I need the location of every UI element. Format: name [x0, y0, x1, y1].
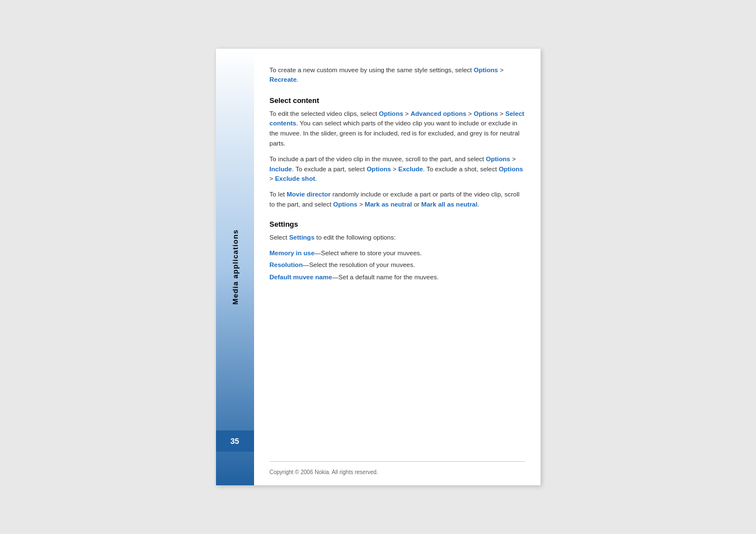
- sc-sep5: >: [391, 166, 398, 172]
- sc-advanced-options-link[interactable]: Advanced options: [411, 110, 467, 117]
- sc-exclude-link[interactable]: Exclude: [398, 166, 423, 172]
- sc-para3-end: .: [477, 201, 479, 208]
- footer-area: Copyright © 2006 Nokia. All rights reser…: [270, 461, 525, 476]
- sc-sep2: >: [466, 110, 473, 117]
- memory-dash: —: [314, 250, 321, 256]
- sc-sep4: >: [510, 156, 516, 162]
- sc-movie-director-link[interactable]: Movie director: [287, 191, 331, 198]
- intro-recreate-link[interactable]: Recreate: [270, 76, 297, 83]
- copyright-text: Copyright © 2006 Nokia. All rights reser…: [270, 469, 378, 475]
- sc-options1-link[interactable]: Options: [379, 110, 403, 117]
- sc-para3-pre: To let: [270, 191, 287, 198]
- sc-options3-link[interactable]: Options: [486, 156, 510, 162]
- sc-sep7: >: [358, 201, 365, 208]
- settings-intro: Select Settings to edit the following op…: [270, 233, 525, 243]
- select-content-para3: To let Movie director randomly include o…: [270, 190, 525, 210]
- settings-intro-end: to edit the following options:: [314, 234, 396, 241]
- select-content-heading: Select content: [270, 96, 525, 105]
- settings-section: Settings Select Settings to edit the fol…: [270, 218, 525, 285]
- content-area: To create a new custom muvee by using th…: [254, 49, 541, 485]
- sc-sep3: >: [498, 110, 505, 117]
- sc-include-link[interactable]: Include: [270, 166, 292, 172]
- memory-text: Select where to store your muvees.: [321, 250, 422, 256]
- page-number-box: 35: [216, 430, 254, 452]
- settings-item-memory: Memory in use—Select where to store your…: [270, 249, 525, 259]
- page-number: 35: [231, 437, 240, 446]
- select-content-para1: To edit the selected video clips, select…: [270, 109, 525, 149]
- sc-para2-end: .: [315, 175, 317, 182]
- sc-mark-neutral-link[interactable]: Mark as neutral: [365, 201, 412, 208]
- sc-para1-post: . You can select which parts of the vide…: [270, 120, 520, 147]
- settings-heading: Settings: [270, 220, 525, 228]
- sc-para1-pre: To edit the selected video clips, select: [270, 110, 379, 117]
- default-name-text: Set a default name for the muvees.: [339, 274, 439, 280]
- memory-in-use-label: Memory in use: [270, 250, 315, 256]
- sidebar: Media applications 35: [216, 49, 254, 485]
- resolution-text: Select the resolution of your muvees.: [309, 261, 415, 268]
- page-container: Media applications 35 To create a new cu…: [216, 49, 541, 485]
- sc-options6-link[interactable]: Options: [333, 201, 357, 208]
- settings-link[interactable]: Settings: [289, 234, 314, 241]
- select-content-para2: To include a part of the video clip in t…: [270, 154, 525, 184]
- sc-mark-all-neutral-link[interactable]: Mark all as neutral: [421, 201, 477, 208]
- sc-sep1: >: [403, 110, 411, 117]
- resolution-label: Resolution: [270, 261, 303, 268]
- sc-options4-link[interactable]: Options: [367, 166, 391, 172]
- sc-exclude-shot-link[interactable]: Exclude shot: [275, 175, 315, 182]
- sc-para2-mid1: . To exclude a part, select: [292, 166, 367, 172]
- default-muvee-name-label: Default muvee name: [270, 274, 332, 280]
- sc-options2-link[interactable]: Options: [473, 110, 497, 117]
- sc-or: or: [412, 201, 421, 208]
- intro-end: .: [297, 76, 298, 83]
- resolution-dash: —: [303, 261, 309, 268]
- intro-text-pre: To create a new custom muvee by using th…: [270, 67, 474, 73]
- settings-item-resolution: Resolution—Select the resolution of your…: [270, 260, 525, 270]
- settings-item-default-name: Default muvee name—Set a default name fo…: [270, 273, 525, 283]
- sc-para2-pre: To include a part of the video clip in t…: [270, 156, 486, 162]
- sidebar-label: Media applications: [231, 229, 239, 305]
- settings-intro-pre: Select: [270, 234, 289, 241]
- sc-sep6: >: [270, 175, 275, 182]
- sc-para2-mid2: . To exclude a shot, select: [423, 166, 499, 172]
- intro-sep1: >: [498, 67, 504, 73]
- default-name-dash: —: [332, 274, 339, 280]
- intro-options-link[interactable]: Options: [473, 67, 497, 73]
- intro-paragraph: To create a new custom muvee by using th…: [270, 65, 525, 85]
- sc-options5-link[interactable]: Options: [499, 166, 523, 172]
